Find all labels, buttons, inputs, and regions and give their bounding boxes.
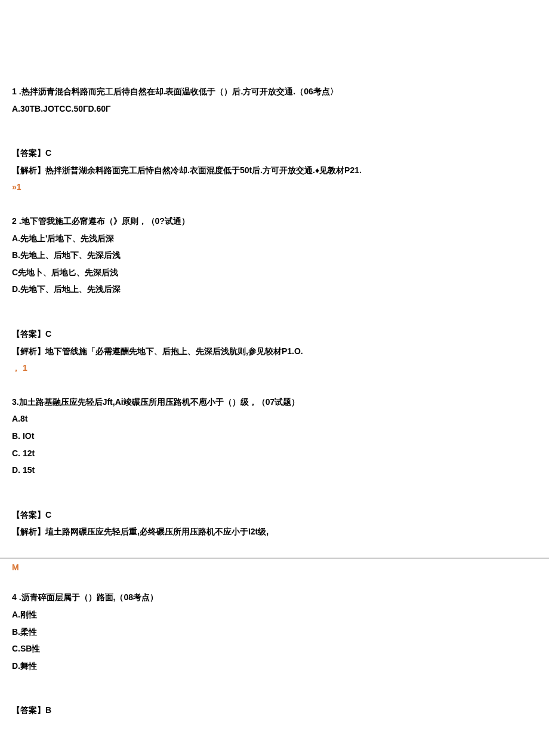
question-1-answer: 【答案】C [12,145,537,161]
question-3: 3.加土路基融压应先轻后Jft,Ai竣碾压所用压路机不庖小于（）级，（07试题）… [12,394,537,540]
question-3-answer: 【答案】C [12,507,537,523]
question-4: 4 .沥青碎面层属于（）路面,（08考点） A.刚性 B.柔性 C.SB性 D.… [12,589,537,718]
question-3-analysis: 【解析】埴土路网碾压应先轻后重,必终碾压所用压路机不应小于I2t级, [12,524,537,540]
question-3-option-d: D. 15t [12,462,537,478]
question-2: 2 .地下管我施工必甯遵布（》原则，（0?试通） A.先地上'后地下、先浅后深 … [12,213,537,376]
question-2-marker: ， 1 [12,360,537,376]
question-4-text: 4 .沥青碎面层属于（）路面,（08考点） [12,589,537,606]
question-1-options: A.30TB.JOTCC.50ΓD.60Γ [12,101,537,117]
question-4-answer: 【答案】B [12,702,537,718]
divider-line [0,558,549,558]
question-2-answer: 【答案】C [12,326,537,342]
question-2-option-d: D.先地下、后地上、先浅后深 [12,281,537,297]
question-2-text: 2 .地下管我施工必甯遵布（》原则，（0?试通） [12,213,537,229]
question-2-option-b: B.先地上、后地下、先深后浅 [12,247,537,263]
question-1: 1 .热拌沥青混合料路而完工后待自然在却.表面温收低于（）后.方可开放交通.（0… [12,84,537,195]
question-1-marker: »1 [12,179,537,195]
question-1-text: 1 .热拌沥青混合料路而完工后待自然在却.表面温收低于（）后.方可开放交通.（0… [12,84,537,100]
question-1-analysis: 【解析】热拌浙普湖余料路面完工后恃自然冷却.衣面混度低于50t后.方可开放交通.… [12,162,537,179]
question-4-option-c: C.SB性 [12,641,537,657]
question-3-text: 3.加土路基融压应先轻后Jft,Ai竣碾压所用压路机不庖小于（）级，（07试题） [12,394,537,410]
question-4-option-a: A.刚性 [12,607,537,623]
question-4-option-b: B.柔性 [12,624,537,640]
question-3-marker: M [12,560,537,576]
question-3-option-b: B. IOt [12,428,537,444]
question-4-option-d: D.舞性 [12,658,537,674]
question-2-analysis: 【鲆析】地下管线施「必需遵酬先地下、后抱上、先深后浅肮则,参见较材P1.O. [12,343,537,359]
question-3-option-c: C. 12t [12,445,537,462]
question-2-option-c: C先地卜、后地匕、先深后浅 [12,265,537,281]
question-3-option-a: A.8t [12,411,537,427]
question-2-option-a: A.先地上'后地下、先浅后深 [12,231,537,247]
